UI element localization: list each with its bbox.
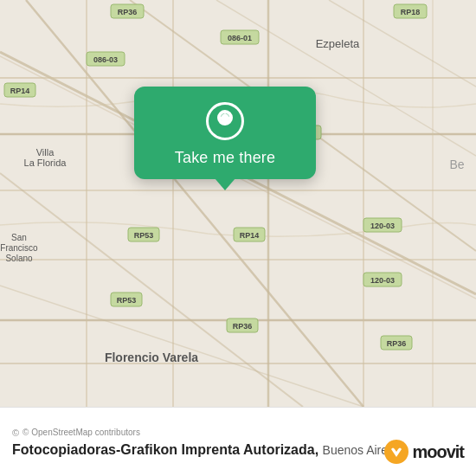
- svg-text:Ezpeleta: Ezpeleta: [316, 37, 360, 50]
- svg-text:Be: Be: [449, 158, 464, 171]
- svg-text:La Florida: La Florida: [24, 158, 68, 168]
- attribution-copy: ©: [12, 428, 19, 438]
- svg-text:120-03: 120-03: [370, 276, 395, 285]
- svg-text:RP14: RP14: [10, 87, 30, 95]
- popup-box[interactable]: Take me there: [134, 87, 316, 179]
- attribution-text: © OpenStreetMap contributors: [23, 428, 140, 437]
- svg-text:Solano: Solano: [5, 254, 33, 263]
- svg-text:Villa: Villa: [36, 147, 55, 158]
- attribution: © © OpenStreetMap contributors: [12, 428, 464, 438]
- popup-label: Take me there: [175, 149, 275, 167]
- svg-text:San: San: [11, 233, 27, 242]
- svg-text:086-01: 086-01: [228, 34, 252, 42]
- location-title: Fotocopiadoras-Grafikon Imprenta Autoriz…: [12, 442, 318, 457]
- svg-text:RP18: RP18: [401, 8, 421, 16]
- svg-text:RP36: RP36: [233, 322, 253, 331]
- svg-text:120-03: 120-03: [370, 222, 395, 230]
- info-bar: © © OpenStreetMap contributors Fotocopia…: [0, 407, 476, 476]
- svg-text:RP36: RP36: [387, 339, 407, 348]
- moovit-badge: moovit: [384, 440, 464, 464]
- svg-text:RP53: RP53: [134, 231, 154, 240]
- moovit-logo-icon: [384, 440, 408, 464]
- svg-text:Francisco: Francisco: [0, 243, 38, 253]
- map: RP18 RP36 RP14 086-01 086-03 03 120-03 1…: [0, 0, 476, 407]
- location-subtitle: Buenos Aires: [323, 443, 395, 457]
- svg-text:086-03: 086-03: [93, 55, 118, 64]
- svg-text:Florencio Varela: Florencio Varela: [105, 351, 198, 364]
- svg-text:RP53: RP53: [117, 296, 137, 305]
- svg-text:RP14: RP14: [240, 231, 260, 240]
- svg-text:RP36: RP36: [118, 8, 138, 16]
- svg-point-56: [222, 115, 228, 120]
- moovit-label: moovit: [412, 442, 464, 462]
- popup-triangle: [215, 178, 235, 190]
- location-pin-icon: [206, 102, 244, 140]
- map-popup[interactable]: Take me there: [134, 87, 316, 190]
